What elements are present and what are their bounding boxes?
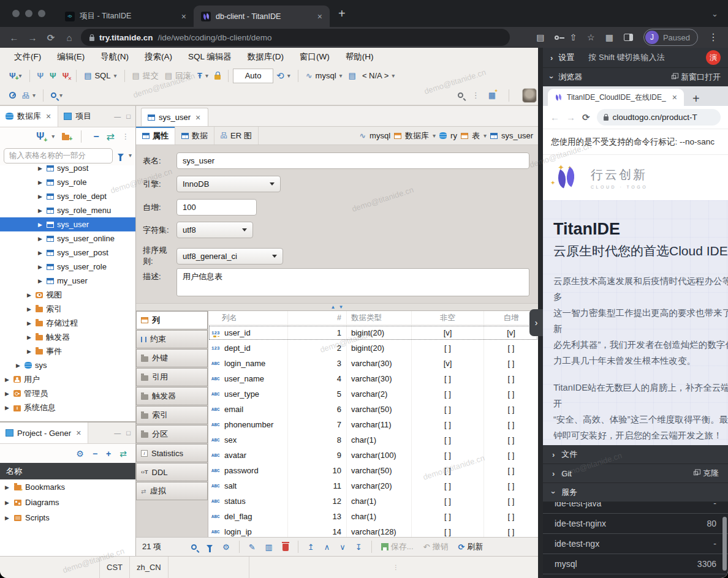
chevron-down-icon[interactable] xyxy=(32,92,36,99)
object-page-item[interactable]: 列 xyxy=(136,311,208,329)
expander-arrow-icon[interactable]: ▶ xyxy=(37,208,44,214)
service-row[interactable]: ide-test-ngx - xyxy=(543,534,728,554)
tree-item[interactable]: ▶ sys_role_menu xyxy=(0,203,135,217)
column-row[interactable]: ABCphonenumber 7 varchar(11) [ ] [ ] xyxy=(208,417,538,432)
object-page-item[interactable]: 引用 xyxy=(136,368,208,386)
close-icon[interactable]: × xyxy=(180,12,188,21)
open-new-window-button[interactable]: 新窗口打开 xyxy=(671,72,721,83)
search-icon[interactable] xyxy=(51,92,56,98)
expander-arrow-icon[interactable]: ▶ xyxy=(4,515,10,521)
new-connection-icon[interactable] xyxy=(9,72,16,80)
delete-column-icon[interactable] xyxy=(282,544,289,551)
new-folder-icon[interactable] xyxy=(62,135,69,140)
gear-icon[interactable] xyxy=(76,449,84,458)
editor-tab-sys-user[interactable]: sys_user × xyxy=(141,108,208,126)
forward-button[interactable] xyxy=(566,113,575,122)
header-column-name[interactable]: 列名 xyxy=(208,311,288,325)
chevron-down-icon[interactable]: › xyxy=(550,491,558,494)
save-button[interactable]: 保存... xyxy=(376,541,419,552)
reconnect-icon[interactable] xyxy=(50,72,56,80)
table-name-input[interactable] xyxy=(176,152,529,169)
expander-arrow-icon[interactable]: ▶ xyxy=(4,405,10,411)
object-page-item[interactable]: DDL xyxy=(136,463,208,481)
expander-arrow-icon[interactable]: ▶ xyxy=(37,193,44,200)
forward-button[interactable] xyxy=(23,33,42,42)
engine-select[interactable]: InnoDB xyxy=(176,176,281,192)
collapse-up-icon[interactable]: ▲ xyxy=(331,304,336,310)
tree-item[interactable]: ▶ 索引 xyxy=(0,302,135,316)
column-row[interactable]: ABCuser_name 4 varchar(30) [ ] [ ] xyxy=(208,371,538,386)
table-filter-input[interactable] xyxy=(4,148,113,163)
browser-section-row[interactable]: › 浏览器 新窗口打开 xyxy=(543,67,728,86)
maximize-panel-icon[interactable]: □ xyxy=(126,113,131,120)
expander-arrow-icon[interactable]: ▶ xyxy=(15,362,21,369)
tree-item[interactable]: ▶ sys_post xyxy=(0,165,135,175)
header-notnull[interactable]: 非空 xyxy=(412,311,484,325)
transaction-mode-icon[interactable] xyxy=(197,72,202,80)
drag-handle-icon[interactable]: ⋮ xyxy=(393,564,400,571)
header-datatype[interactable]: 数据类型 xyxy=(347,311,412,325)
driver-select[interactable]: mysql xyxy=(303,71,346,80)
ime-badge[interactable]: 演 xyxy=(706,50,721,65)
expander-arrow-icon[interactable]: ▶ xyxy=(37,179,44,186)
object-page-item[interactable]: 外键 xyxy=(136,349,208,367)
column-row[interactable]: ABCdel_flag 13 char(1) [ ] [ ] xyxy=(208,509,538,524)
zoom-window-button[interactable] xyxy=(38,10,45,17)
address-bar[interactable]: cloudtogo.cn/product-T xyxy=(597,109,721,126)
collation-select[interactable]: utf8_general_ci xyxy=(176,248,283,265)
new-sql-editor-button[interactable]: SQL xyxy=(81,71,119,80)
menu-item[interactable]: SQL 编辑器 xyxy=(180,51,240,62)
filter-icon[interactable] xyxy=(207,545,213,549)
refresh-button[interactable]: 刷新 xyxy=(453,541,488,552)
expander-arrow-icon[interactable]: ▶ xyxy=(37,222,44,228)
object-page-item[interactable]: Statistics xyxy=(136,444,208,462)
dashboard-icon[interactable] xyxy=(9,92,16,99)
tab-project-general[interactable]: Project - Gener × xyxy=(0,422,88,443)
description-textarea[interactable]: 用户信息表 xyxy=(176,268,529,296)
object-page-item[interactable]: 虚拟 xyxy=(136,482,208,500)
search-icon[interactable] xyxy=(191,544,197,550)
close-window-button[interactable] xyxy=(12,10,20,17)
chevron-down-icon[interactable] xyxy=(287,73,290,79)
service-row[interactable]: ide-test-nginx 80 xyxy=(543,514,728,534)
service-row[interactable]: ide-test-java - xyxy=(543,502,728,514)
tab-project[interactable]: 项目 xyxy=(58,106,97,127)
collapse-all-icon[interactable]: − xyxy=(93,449,97,459)
close-icon[interactable]: × xyxy=(316,12,324,21)
object-page-item[interactable]: 约束 xyxy=(136,330,208,348)
column-row[interactable]: ABCemail 6 varchar(50) [ ] [ ] xyxy=(208,402,538,417)
expander-arrow-icon[interactable]: ▶ xyxy=(26,306,32,312)
new-object-icon[interactable] xyxy=(488,91,496,99)
link-editor-icon[interactable]: ⇄ xyxy=(107,131,115,143)
chevron-down-icon[interactable]: › xyxy=(548,76,556,78)
column-row[interactable]: ABCuser_type 5 varchar(2) [ ] [ ] xyxy=(208,386,538,402)
header-ordinal[interactable]: # xyxy=(288,311,347,325)
git-section-row[interactable]: › Git 克隆 xyxy=(543,464,728,483)
gear-icon[interactable] xyxy=(222,543,230,551)
extensions-icon[interactable] xyxy=(605,33,613,42)
new-connection-icon[interactable] xyxy=(36,132,44,141)
browser-tab-dbclient[interactable]: db-client - TitanIDE × xyxy=(194,6,330,27)
move-top-icon[interactable] xyxy=(308,543,314,551)
tab-properties[interactable]: 属性 xyxy=(136,127,175,144)
global-search-icon[interactable] xyxy=(458,92,463,98)
chevron-right-icon[interactable]: › xyxy=(550,53,553,62)
expander-arrow-icon[interactable]: ▶ xyxy=(37,236,44,242)
chevron-down-icon[interactable] xyxy=(433,133,436,139)
expander-arrow-icon[interactable]: ▶ xyxy=(4,484,10,490)
menu-item[interactable]: 导航(N) xyxy=(93,51,137,62)
catalog-icon[interactable] xyxy=(349,72,356,80)
tree-item[interactable]: ▶ 系统信息 xyxy=(0,400,135,415)
active-database-select[interactable]: < N/A > xyxy=(359,71,398,80)
menu-item[interactable]: 编辑(E) xyxy=(49,51,93,62)
auto-increment-input[interactable] xyxy=(176,199,257,216)
profile-button[interactable]: J Paused xyxy=(643,29,698,46)
chevron-down-icon[interactable] xyxy=(129,152,132,159)
object-page-item[interactable]: 索引 xyxy=(136,406,208,424)
share-icon[interactable] xyxy=(569,33,577,42)
expander-arrow-icon[interactable]: ▶ xyxy=(37,264,44,270)
service-row[interactable]: mysql 3306 xyxy=(543,554,728,574)
undo-button[interactable]: 撤销 xyxy=(419,541,453,552)
transaction-log-icon[interactable] xyxy=(276,71,284,80)
clone-button[interactable]: 克隆 xyxy=(693,468,719,479)
